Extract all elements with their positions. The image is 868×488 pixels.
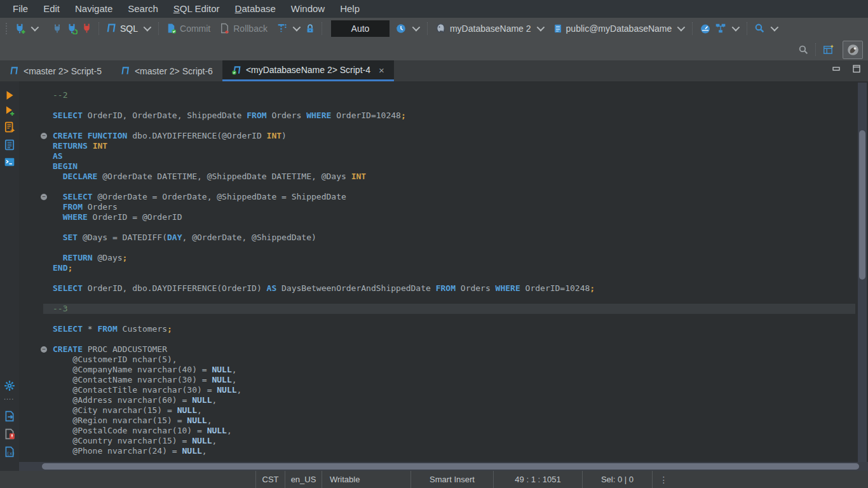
code-line[interactable]: @CustomerID nchar(5), [53, 355, 855, 365]
panel-problems-icon[interactable] [4, 428, 15, 440]
dbeaver-perspective-button[interactable] [843, 41, 863, 59]
tab-script-4-active[interactable]: <myDatabaseName 2> Script-4 × [222, 60, 394, 81]
horizontal-scrollbar-thumb[interactable] [42, 463, 859, 470]
quick-search-button[interactable] [796, 41, 811, 58]
database-selector[interactable]: myDatabaseName 2 [433, 20, 547, 37]
code-line[interactable]: SELECT OrderID, OrderDate, ShippedDate F… [53, 111, 855, 121]
menu-help[interactable]: Help [332, 0, 367, 18]
code-line[interactable]: WHERE OrderID = @OrderID [53, 212, 855, 222]
code-line[interactable]: @ContactName nvarchar(30) = NULL, [53, 375, 855, 385]
sql-code-editor[interactable]: --2SELECT OrderID, OrderDate, ShippedDat… [19, 81, 868, 471]
code-line[interactable]: --3 [43, 304, 855, 314]
code-line[interactable]: RETURN @Days; [53, 253, 855, 263]
code-line[interactable]: SELECT * FROM Customers; [53, 324, 855, 334]
tab-close-icon[interactable]: × [379, 65, 384, 76]
database-selector-chevron-icon[interactable] [536, 24, 545, 32]
new-connection-chevron-icon[interactable] [31, 24, 39, 32]
panel-output-icon[interactable] [4, 410, 15, 422]
fold-marker-icon[interactable]: − [41, 133, 47, 139]
fold-marker-icon[interactable]: − [41, 194, 47, 200]
object-search-chevron-icon[interactable] [771, 24, 779, 32]
explain-plan-icon[interactable] [4, 139, 15, 151]
svg-text:(x): (x) [7, 451, 15, 456]
execute-statement-icon[interactable] [4, 90, 15, 101]
er-diagram-chevron-icon[interactable] [732, 24, 740, 32]
code-line[interactable]: @Country nvarchar(15) = NULL, [53, 436, 855, 446]
code-line[interactable]: @City nvarchar(15) = NULL, [53, 405, 855, 416]
code-line[interactable] [53, 314, 855, 324]
code-line[interactable]: @ContactTitle nvarchar(30) = NULL, [53, 385, 855, 395]
commit-button[interactable]: Commit [164, 20, 212, 37]
code-line[interactable] [53, 243, 855, 253]
panel-variables-icon[interactable]: (x) [4, 446, 15, 458]
status-overflow-icon[interactable]: ⋮ [652, 471, 675, 488]
maximize-icon[interactable] [851, 64, 862, 74]
dashboard-button[interactable] [698, 20, 713, 37]
code-line[interactable]: RETURNS INT [53, 141, 855, 151]
new-connection-button[interactable] [12, 20, 41, 37]
code-line[interactable] [53, 294, 855, 304]
transaction-chevron-icon[interactable] [293, 24, 301, 32]
settings-gear-icon[interactable] [4, 380, 15, 391]
code-line[interactable] [53, 100, 855, 111]
code-line[interactable]: @Phone nvarchar(24) = NULL, [53, 446, 855, 456]
autocommit-mode-field[interactable]: Auto [331, 20, 390, 37]
code-line[interactable] [53, 121, 855, 131]
transaction-mode-button[interactable] [275, 20, 303, 37]
code-line[interactable]: SELECT OrderID, dbo.DAYDIFFERENCE(OrderI… [53, 283, 855, 294]
object-search-button[interactable] [752, 20, 781, 37]
rollback-label: Rollback [233, 24, 268, 34]
code-line[interactable]: --2 [53, 90, 855, 100]
execute-new-tab-icon[interactable] [4, 105, 15, 116]
schema-selector[interactable]: public@myDatabaseName [551, 20, 688, 37]
transaction-log-chevron-icon[interactable] [412, 24, 421, 32]
code-line[interactable]: SET @Days = DATEDIFF(DAY, @OrderDate, @S… [53, 233, 855, 243]
minimize-icon[interactable] [831, 64, 841, 74]
toolbar-drag-handle[interactable] [6, 23, 9, 34]
menu-database[interactable]: Database [227, 0, 283, 18]
code-line[interactable] [53, 334, 855, 344]
code-line[interactable]: END; [53, 263, 855, 273]
toolbar-separator [322, 22, 323, 35]
menu-window[interactable]: Window [283, 0, 332, 18]
menu-search[interactable]: Search [120, 0, 166, 18]
panel-toggle-dots-icon[interactable]: ∙∙∙∙ [4, 395, 15, 402]
code-line[interactable]: DECLARE @OrderDate DATETIME, @ShippedDat… [53, 172, 855, 182]
menu-navigate[interactable]: Navigate [67, 0, 120, 18]
execute-script-icon[interactable] [4, 121, 15, 133]
code-line[interactable]: BEGIN [53, 161, 855, 172]
code-line[interactable] [53, 182, 855, 192]
editor-window-buttons [831, 64, 862, 74]
schema-selector-chevron-icon[interactable] [677, 24, 686, 32]
fold-marker-icon[interactable]: − [41, 346, 47, 353]
reconnect-button[interactable] [64, 20, 79, 37]
connection-lock-button[interactable] [303, 20, 317, 37]
vertical-scrollbar-thumb[interactable] [859, 130, 865, 280]
rollback-icon [219, 23, 230, 34]
connect-button[interactable] [50, 20, 64, 37]
code-line[interactable]: −CREATE PROC ADDCUSTOMER [53, 344, 855, 355]
code-line[interactable]: AS [53, 151, 855, 161]
code-line[interactable]: @CompanyName nvarchar(40) = NULL, [53, 365, 855, 375]
code-line[interactable] [53, 273, 855, 283]
output-console-icon[interactable] [4, 156, 15, 168]
sql-editor-button[interactable]: SQL [104, 20, 154, 37]
transaction-log-button[interactable] [393, 20, 423, 37]
menu-file[interactable]: File [5, 0, 36, 18]
code-line[interactable] [53, 222, 855, 233]
sql-editor-chevron-icon[interactable] [144, 24, 152, 32]
code-line[interactable]: FROM Orders [53, 202, 855, 212]
menu-edit[interactable]: Edit [36, 0, 67, 18]
rollback-button[interactable]: Rollback [217, 20, 269, 37]
code-line[interactable]: @Region nvarchar(15) = NULL, [53, 416, 855, 426]
tab-script-5[interactable]: <master 2> Script-5 [0, 60, 111, 81]
disconnect-button[interactable] [79, 20, 94, 37]
open-perspective-button[interactable] [821, 41, 836, 58]
code-line[interactable]: @PostalCode nvarchar(10) = NULL, [53, 426, 855, 436]
code-line[interactable]: @Address nvarchar(60) = NULL, [53, 395, 855, 405]
tab-script-6[interactable]: <master 2> Script-6 [111, 60, 222, 81]
code-line[interactable]: −CREATE FUNCTION dbo.DAYDIFFERENCE(@Orde… [53, 131, 855, 141]
er-diagram-button[interactable] [713, 20, 742, 37]
menu-sql-editor[interactable]: SQL Editor [166, 0, 227, 18]
code-line[interactable]: − SELECT @OrderDate = OrderDate, @Shippe… [53, 192, 855, 202]
